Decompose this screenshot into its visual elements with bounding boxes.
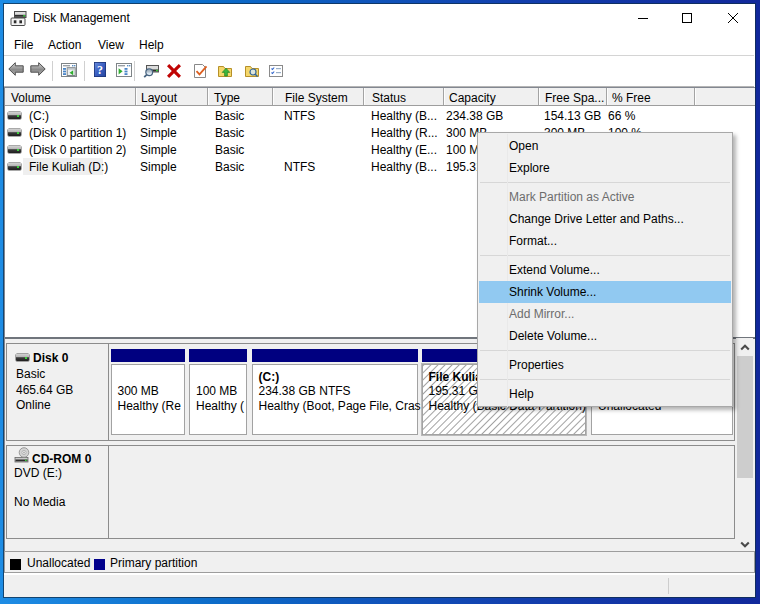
svg-text:?: ?	[97, 63, 103, 77]
